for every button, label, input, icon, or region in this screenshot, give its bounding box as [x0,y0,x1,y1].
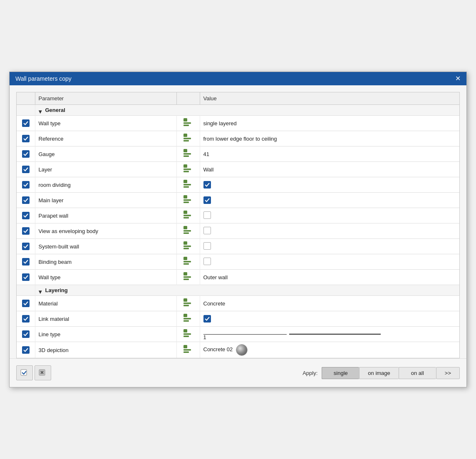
more-button[interactable]: >> [436,367,460,379]
checked-indicator[interactable] [22,212,30,219]
row-check-cell[interactable] [17,131,35,146]
row-icon-cell [176,131,200,146]
row-check-cell[interactable] [17,311,35,327]
row-check-cell[interactable] [17,116,35,131]
layer-icon [183,118,193,129]
row-check-cell[interactable] [17,177,35,193]
checked-indicator[interactable] [22,300,30,307]
svg-rect-33 [183,298,187,302]
row-icon-cell [176,177,200,193]
row-check-cell[interactable] [17,327,35,342]
checked-indicator[interactable] [22,227,30,235]
single-button[interactable]: single [322,367,359,379]
param-label: Parapet wall [39,213,69,219]
row-check-cell[interactable] [17,296,35,311]
checked-indicator[interactable] [22,243,30,250]
row-param-cell: Line type [35,327,176,342]
checked-indicator[interactable] [22,330,30,338]
table-container: Parameter Value General Wall type [16,92,460,358]
layer-icon [183,179,193,190]
svg-rect-5 [183,140,189,142]
row-check-cell[interactable] [17,162,35,177]
value-text: Outer wall [203,274,228,280]
table-row: System-built wall [17,239,459,254]
row-icon-cell [176,311,200,327]
param-label: Gauge [39,151,55,157]
uncheck-all-button[interactable] [35,365,51,380]
empty-checkbox [203,242,211,250]
checked-indicator[interactable] [22,315,30,323]
svg-rect-24 [183,241,187,245]
row-icon-cell [176,208,200,223]
checked-indicator[interactable] [203,315,211,323]
empty-checkbox [203,211,211,219]
section-chevron[interactable] [39,108,43,112]
row-check-cell[interactable] [17,254,35,270]
col-value-header: Value [200,92,459,105]
table-body: General Wall type single layered Referen… [17,105,459,358]
svg-rect-26 [183,248,189,250]
checked-indicator[interactable] [22,258,30,265]
table-row: Wall type Outer wall [17,270,459,285]
value-text: Concrete [203,300,226,307]
svg-rect-37 [183,318,191,320]
value-text: from lower edge floor to ceiling [203,136,277,142]
checked-indicator[interactable] [203,181,211,189]
checked-indicator[interactable] [22,166,30,173]
svg-rect-25 [183,246,191,247]
table-row: room dividing [17,177,459,193]
row-param-cell: room dividing [35,177,176,193]
svg-rect-40 [183,333,191,335]
row-check-cell[interactable] [17,193,35,208]
row-param-cell: Main layer [35,193,176,208]
empty-checkbox [203,227,211,234]
layer-icon [183,226,193,236]
row-check-cell[interactable] [17,146,35,162]
layer-icon [183,256,193,267]
depiction-circle [236,344,248,356]
row-check-cell[interactable] [17,270,35,285]
dialog: Wall parameters copy ✕ Parameter Value [9,72,467,387]
row-value-cell: 41 [200,146,459,162]
row-value-cell: Outer wall [200,270,459,285]
on-image-button[interactable]: on image [359,367,398,379]
table-row: Gauge 41 [17,146,459,162]
checked-indicator[interactable] [22,196,30,204]
section-label: Layering [45,287,68,293]
layer-icon [183,298,193,309]
row-value-cell [200,311,459,327]
checked-indicator[interactable] [22,150,30,158]
row-param-cell: Gauge [35,146,176,162]
line-type-line [289,334,381,335]
on-all-button[interactable]: on all [399,367,436,379]
row-icon-cell [176,296,200,311]
checked-indicator[interactable] [22,273,30,281]
row-check-cell[interactable] [17,239,35,254]
row-check-cell[interactable] [17,208,35,223]
svg-rect-23 [183,233,189,234]
svg-rect-13 [183,184,191,186]
svg-rect-28 [183,261,191,263]
row-check-cell[interactable] [17,223,35,239]
row-value-cell: from lower edge floor to ceiling [200,131,459,146]
layer-icon [183,345,193,355]
param-label: 3D depiction [39,347,69,353]
row-check-cell[interactable] [17,342,35,358]
checked-indicator[interactable] [203,196,211,204]
row-icon-cell [176,342,200,358]
row-value-cell: Concrete 02 [200,342,459,358]
row-icon-cell [176,239,200,254]
checked-indicator[interactable] [22,135,30,142]
checked-indicator[interactable] [22,119,30,127]
checked-indicator[interactable] [22,181,30,189]
param-label: View as enveloping body [39,228,99,234]
checked-indicator[interactable] [22,346,30,354]
svg-rect-12 [183,180,187,183]
check-all-button[interactable] [16,365,33,380]
apply-label: Apply: [302,370,317,376]
table-row: Link material [17,311,459,327]
svg-rect-44 [183,352,189,353]
close-button[interactable]: ✕ [455,75,461,82]
value-text: Wall [203,166,214,173]
section-chevron[interactable] [39,288,43,293]
